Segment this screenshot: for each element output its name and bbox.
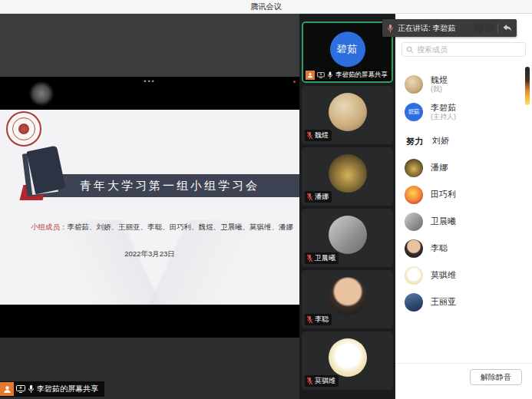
meeting-window: 腾讯会议 ••• 青年大学习第一组小组学习会 <box>0 0 532 399</box>
video-tile[interactable]: 李聪 <box>302 270 393 328</box>
book-illustration <box>20 145 64 202</box>
tile-name: 李聪 <box>315 315 329 325</box>
mic-speaking-icon <box>387 24 394 33</box>
participant-name: 刘娇 <box>432 136 449 147</box>
speaking-toast: 正在讲话: 李碧茹 <box>382 19 517 37</box>
window-title: 腾讯会议 <box>251 2 282 12</box>
video-thumbnail-strip: 碧茹 李碧茹的屏幕共享 魏煜 <box>299 14 395 399</box>
participant-row[interactable]: 莫骐维 <box>405 263 524 288</box>
mic-muted-icon <box>306 193 313 201</box>
avatar <box>329 154 367 193</box>
shared-slide: 青年大学习第一组小组学习会 小组成员：李碧茹、刘娇、王丽亚、李聪、田巧利、魏煜、… <box>0 110 299 305</box>
mic-muted-icon <box>306 254 313 262</box>
volume-meter <box>525 67 530 105</box>
avatar: 碧茹 <box>405 103 423 121</box>
tile-name: 潘娜 <box>315 192 329 202</box>
speaker-tile-label: 李碧茹的屏幕共享 <box>335 71 388 80</box>
avatar <box>329 216 367 254</box>
participant-name: 潘娜 <box>431 163 448 173</box>
avatar <box>405 75 423 94</box>
tile-name-label: 李聪 <box>305 314 332 325</box>
avatar <box>405 266 423 285</box>
tile-name: 卫晨曦 <box>315 253 335 263</box>
video-tile[interactable]: 莫骐维 <box>302 331 393 390</box>
mic-muted-icon <box>306 315 313 324</box>
search-box[interactable] <box>401 42 526 57</box>
avatar <box>405 213 423 231</box>
video-tile-speaker[interactable]: 碧茹 李碧茹的屏幕共享 <box>302 21 393 83</box>
avatar: 碧茹 <box>330 31 365 67</box>
tile-name-label: 魏煜 <box>305 130 332 141</box>
participant-name: 魏煜 <box>431 75 448 86</box>
participant-tag: (主持人) <box>431 113 456 121</box>
panel-footer-divider <box>395 363 532 364</box>
avatar <box>329 338 367 377</box>
recording-dot-icon <box>293 81 296 83</box>
slide-date: 2022年3月23日 <box>0 249 299 259</box>
slide-members-label: 小组成员： <box>31 223 68 231</box>
mic-muted-icon <box>306 377 313 385</box>
avatar-initials: 碧茹 <box>408 108 420 116</box>
avatar-initials: 碧茹 <box>337 42 359 56</box>
participant-name: 卫晨曦 <box>431 216 456 227</box>
tile-name-label: 莫骐维 <box>305 375 339 387</box>
tile-name-label: 潘娜 <box>305 191 332 203</box>
camera-glow-blob <box>29 81 54 106</box>
avatar <box>405 159 423 177</box>
tile-name: 莫骐维 <box>315 376 335 386</box>
avatar <box>405 239 423 258</box>
participant-name: 李聪 <box>431 243 448 254</box>
university-logo <box>6 111 41 147</box>
participant-row[interactable]: 努力 刘娇 <box>405 129 524 153</box>
slide-title-banner: 青年大学习第一组小组学习会 <box>40 174 299 197</box>
presenter-icon <box>0 382 14 396</box>
share-banner: 李碧茹的屏幕共享 <box>0 381 104 397</box>
unmute-button[interactable]: 解除静音 <box>470 369 522 385</box>
toast-collapse-arrow-icon[interactable] <box>502 24 512 32</box>
participant-name: 田巧利 <box>431 190 456 200</box>
screen-share-icon <box>317 72 325 78</box>
video-tile[interactable]: 魏煜 <box>302 86 393 144</box>
screen-share-icon <box>16 385 25 393</box>
participant-row[interactable]: 碧茹 李碧茹 (主持人) <box>405 98 524 126</box>
search-input[interactable] <box>417 45 521 54</box>
participant-tag: (我) <box>431 85 448 94</box>
participant-name: 莫骐维 <box>431 270 456 281</box>
participant-row[interactable]: 潘娜 <box>405 156 524 180</box>
avatar-text: 努力 <box>406 136 423 147</box>
avatar <box>329 277 367 315</box>
participant-name: 王丽亚 <box>431 297 456 308</box>
participant-row[interactable]: 王丽亚 <box>405 290 524 315</box>
university-logo-core <box>18 124 29 134</box>
window-titlebar: 腾讯会议 <box>0 0 532 14</box>
speaking-toast-text: 正在讲话: 李碧茹 <box>398 23 456 34</box>
share-banner-text: 李碧茹的屏幕共享 <box>37 384 98 394</box>
slide-member-list: 小组成员：李碧茹、刘娇、王丽亚、李聪、田巧利、魏煜、卫晨曦、莫骐维、潘娜 <box>31 223 293 232</box>
share-letterbox-top <box>0 14 299 77</box>
participant-row[interactable]: 李聪 <box>405 236 524 261</box>
participant-row[interactable]: 田巧利 <box>405 183 524 207</box>
avatar <box>329 93 367 131</box>
tile-name-label: 卫晨曦 <box>305 252 339 264</box>
avatar <box>405 186 423 204</box>
video-tile[interactable]: 潘娜 <box>302 147 393 206</box>
avatar <box>405 293 423 312</box>
participant-row[interactable]: 魏煜 (我) <box>405 71 524 98</box>
video-tile[interactable]: 卫晨曦 <box>302 209 393 267</box>
toast-divider <box>497 24 498 33</box>
participant-row[interactable]: 卫晨曦 <box>405 209 524 234</box>
tile-name: 魏煜 <box>315 130 329 140</box>
participants-panel: 魏煜 (我) 碧茹 李碧茹 (主持人) 努力 刘娇 潘娜 田巧利 <box>395 14 532 399</box>
presenter-icon <box>306 71 315 80</box>
slide-watermark <box>0 220 299 305</box>
avatar: 努力 <box>405 132 425 150</box>
reaction-ghost-icons <box>474 24 494 32</box>
ghost-icon <box>474 23 484 33</box>
screen-share-view: ••• 青年大学习第一组小组学习会 小组成员：李碧茹、刘娇、王丽亚、李聪、田巧利… <box>0 14 299 399</box>
ghost-icon <box>484 23 494 33</box>
slide-title: 青年大学习第一组小组学习会 <box>80 179 259 193</box>
slide-members-names: 李碧茹、刘娇、王丽亚、李聪、田巧利、魏煜、卫晨曦、莫骐维、潘娜 <box>68 223 294 231</box>
university-logo-ring <box>12 117 35 140</box>
mic-on-icon <box>28 384 35 394</box>
mic-muted-icon <box>306 131 313 140</box>
